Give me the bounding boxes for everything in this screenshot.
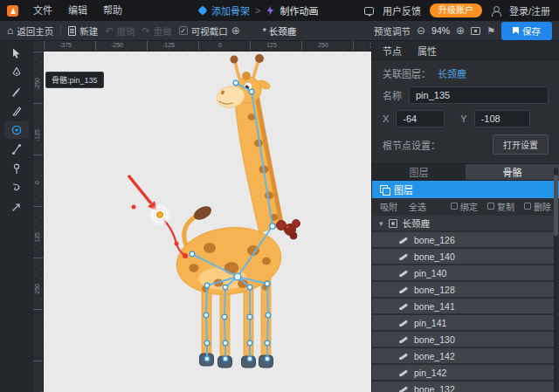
- toolbar-divider: [60, 24, 61, 37]
- ruler-label: 250: [34, 284, 40, 294]
- tool-transform[interactable]: [4, 198, 29, 216]
- bone-name: bone_128: [414, 285, 455, 295]
- bone-row[interactable]: bone_142: [372, 348, 554, 363]
- fit-screen-icon[interactable]: [471, 27, 480, 35]
- red-bone-cluster[interactable]: [277, 220, 300, 240]
- ruler-corner: [33, 41, 44, 52]
- bone-row[interactable]: bone_132: [372, 382, 554, 392]
- bone-icon: [398, 301, 409, 312]
- tab-layers[interactable]: 图层: [372, 164, 466, 180]
- tool-hook[interactable]: [4, 179, 29, 196]
- preview-adjust-button[interactable]: 预览调节: [374, 24, 411, 38]
- zoom-in-icon[interactable]: ⊕: [456, 24, 465, 37]
- bone-name: pin_142: [414, 368, 446, 378]
- tool-bone[interactable]: [4, 141, 29, 158]
- snap-button[interactable]: 吸附: [380, 200, 397, 213]
- zoom-out-icon[interactable]: ⊖: [417, 24, 425, 37]
- horizontal-ruler: -375 -250 -125 0 125 250 375: [44, 41, 371, 52]
- ruler-label: -250: [111, 42, 123, 48]
- menu-edit[interactable]: 编辑: [60, 0, 95, 21]
- tool-pin[interactable]: [4, 160, 29, 177]
- tool-brush[interactable]: [4, 83, 29, 100]
- bone-tree: ▾ 长颈鹿 bone_126 bone_140 pin_140 bone_128…: [372, 216, 559, 392]
- make-animation-icon: [266, 6, 274, 16]
- checkbox-checked-icon[interactable]: ✓: [179, 26, 188, 35]
- add-viewport-icon[interactable]: ⊕: [231, 24, 240, 37]
- copy-button[interactable]: 复制: [487, 200, 514, 213]
- canvas[interactable]: 骨骼:pin_135: [44, 52, 371, 392]
- panel-scrollbar[interactable]: [554, 168, 558, 390]
- root-node-label: 根节点设置：: [383, 138, 440, 152]
- login-register-link[interactable]: 登录/注册: [509, 3, 550, 17]
- step-add-skeleton[interactable]: 添加骨架: [211, 3, 250, 17]
- back-home-button[interactable]: ⌂ 返回主页: [7, 24, 53, 38]
- step-make-animation[interactable]: 制作动画: [280, 3, 318, 17]
- tool-pen[interactable]: [4, 64, 29, 81]
- bone-name: bone_140: [414, 251, 455, 262]
- tab-bones[interactable]: 骨骼: [466, 164, 559, 180]
- x-input[interactable]: [396, 110, 445, 127]
- name-input[interactable]: [409, 86, 549, 104]
- open-settings-button[interactable]: 打开设置: [493, 134, 549, 155]
- bone-icon: [398, 351, 409, 361]
- bone-row[interactable]: bone_128: [372, 282, 554, 297]
- publish-flag-icon[interactable]: ⚑: [487, 25, 495, 37]
- selected-layer-bar[interactable]: 图层: [372, 181, 559, 198]
- workflow-arrow: >: [255, 5, 260, 16]
- bone-row[interactable]: bone_141: [372, 299, 554, 313]
- bone-name: bone_126: [414, 235, 455, 245]
- tool-knife[interactable]: [4, 102, 29, 120]
- y-input[interactable]: [474, 110, 530, 127]
- hook-curve-icon: [10, 182, 23, 194]
- pin-icon: [10, 162, 23, 175]
- visible-viewport-toggle[interactable]: ✓ 可视截口 ⊕: [179, 24, 240, 38]
- bone-icon: [398, 384, 409, 392]
- layer-bone-tabs: 图层 骨骼: [372, 163, 559, 181]
- bind-button[interactable]: 绑定: [451, 200, 478, 213]
- linked-layer-link[interactable]: 长颈鹿: [438, 66, 466, 80]
- bone-row[interactable]: pin_142: [372, 365, 554, 380]
- menu-help[interactable]: 帮助: [95, 0, 130, 21]
- y-label: Y: [460, 113, 466, 124]
- target-circle-icon: [10, 124, 23, 136]
- canvas-scene[interactable]: [44, 52, 371, 392]
- bone-name: bone_132: [414, 384, 455, 392]
- save-button[interactable]: 保存: [501, 22, 552, 40]
- bone-row[interactable]: bone_126: [372, 232, 554, 247]
- upgrade-account-button[interactable]: 升级账户: [430, 3, 482, 17]
- tab-node[interactable]: 节点: [383, 44, 402, 58]
- menu-file[interactable]: 文件: [25, 0, 60, 21]
- x-label: X: [383, 113, 389, 124]
- vertical-ruler: -250 -125 0 125 250: [33, 52, 44, 392]
- feedback-icon: [364, 7, 374, 15]
- tool-column: [0, 41, 33, 392]
- undo-button[interactable]: ↶ 撤销: [105, 24, 135, 38]
- delete-button[interactable]: 删除: [524, 200, 551, 213]
- chevron-down-icon[interactable]: ▾: [379, 219, 383, 228]
- app-logo-icon[interactable]: [7, 5, 18, 17]
- bone-row[interactable]: pin_141: [372, 315, 554, 330]
- tab-attributes[interactable]: 属性: [418, 44, 437, 58]
- name-label: 名称: [383, 88, 402, 102]
- bone-icon: [398, 318, 409, 328]
- layer-row-giraffe[interactable]: ▾ 长颈鹿: [372, 216, 554, 230]
- redo-button[interactable]: ↷ 重做: [141, 24, 171, 38]
- menu-bar: 文件 编辑 帮助 添加骨架 > 制作动画 用户反馈 升级账户 登录/注册: [0, 0, 559, 21]
- tool-bone-circle[interactable]: [4, 121, 29, 139]
- layers-icon: [380, 185, 389, 194]
- bone-row[interactable]: pin_140: [372, 265, 554, 280]
- bone-row[interactable]: bone_140: [372, 249, 554, 264]
- name-row: 名称: [383, 86, 549, 104]
- feedback-link[interactable]: 用户反馈: [383, 3, 421, 17]
- scrollbar-thumb[interactable]: [554, 175, 558, 236]
- tool-select[interactable]: [4, 45, 29, 62]
- bone-icon: [398, 368, 409, 378]
- bone-row[interactable]: bone_130: [372, 332, 554, 347]
- select-all-button[interactable]: 全选: [409, 200, 426, 213]
- document-tab[interactable]: * 长颈鹿: [263, 24, 297, 38]
- selected-pin[interactable]: [149, 204, 170, 225]
- ruler-label: 0: [34, 181, 40, 184]
- bone-icon: [398, 268, 409, 279]
- ruler-label: -125: [162, 42, 175, 48]
- new-button[interactable]: 新建: [68, 24, 98, 38]
